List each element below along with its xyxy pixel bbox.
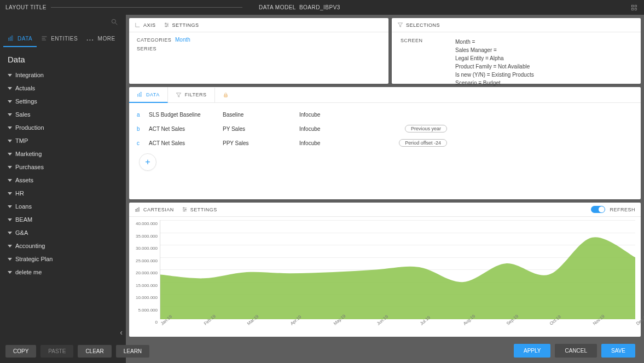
caret-icon: [8, 218, 12, 221]
tree-item-hr[interactable]: HR: [4, 187, 121, 200]
caret-icon: [8, 258, 12, 261]
svg-rect-1: [635, 5, 637, 7]
tree-item-purchases[interactable]: Purchases: [4, 160, 121, 174]
data-row[interactable]: aSLS Budget BaselineBaselineInfocube: [137, 107, 633, 122]
tree-item-g-a[interactable]: G&A: [4, 226, 121, 239]
tree-item-delete-me[interactable]: delete me: [4, 266, 121, 279]
tree-item-accounting[interactable]: Accounting: [4, 239, 121, 252]
tree-item-settings[interactable]: Settings: [4, 95, 121, 108]
svg-rect-6: [9, 38, 10, 41]
svg-rect-21: [137, 94, 138, 96]
tree-item-strategic-plan[interactable]: Strategic Plan: [4, 252, 121, 266]
tree-item-assets[interactable]: Assets: [4, 174, 121, 187]
search-icon[interactable]: [111, 18, 118, 28]
caret-icon: [8, 166, 12, 169]
caret-icon: [8, 179, 12, 182]
axis-settings-label: SETTINGS: [172, 22, 199, 28]
y-tick: 10.000.000: [136, 295, 158, 300]
more-icon: ...: [86, 36, 94, 42]
add-row-button[interactable]: +: [139, 153, 156, 171]
sidebar-tab-entities[interactable]: ENTITIES: [37, 30, 82, 47]
tree-item-tmp[interactable]: TMP: [4, 134, 121, 147]
layout-title-input[interactable]: [51, 7, 242, 8]
layout-config-icon[interactable]: [630, 3, 639, 12]
selection-line: Product Family = Not Available: [455, 62, 534, 71]
row-key: c: [137, 140, 149, 146]
row-cube: Infocube: [299, 140, 343, 146]
paste-button: PASTE: [40, 345, 73, 358]
data-row[interactable]: bACT Net SalesPY SalesInfocubePrevious y…: [137, 122, 633, 136]
cancel-button[interactable]: CANCEL: [555, 344, 597, 358]
caret-icon: [8, 126, 12, 129]
selection-line: Legal Entity = Alpha: [455, 54, 534, 62]
svg-rect-8: [12, 36, 13, 41]
tree-item-label: Loans: [15, 203, 32, 210]
apply-button[interactable]: APPLY: [514, 344, 551, 358]
clear-button[interactable]: CLEAR: [78, 345, 111, 358]
chart-plot-area: [160, 220, 635, 319]
tree-item-integration[interactable]: Integration: [4, 68, 121, 82]
x-tick: Dec.19: [635, 314, 644, 326]
refresh-toggle[interactable]: [591, 206, 605, 213]
tree-item-label: Actuals: [15, 85, 35, 91]
row-alias: PPY Sales: [223, 140, 299, 146]
tree-item-sales[interactable]: Sales: [4, 108, 121, 121]
sidebar-tab-more[interactable]: ... MORE: [82, 30, 119, 47]
row-cube: Infocube: [299, 126, 343, 132]
chart-settings-tab[interactable]: SETTINGS: [182, 206, 217, 212]
selection-line: Sales Manager =: [455, 46, 534, 54]
svg-rect-2: [631, 8, 634, 10]
selections-tab[interactable]: SELECTIONS: [397, 22, 440, 28]
svg-marker-24: [176, 93, 181, 96]
row-cube: Infocube: [299, 112, 343, 118]
tree-item-label: Assets: [15, 177, 33, 183]
series-label: SERIES: [137, 46, 175, 51]
tree-item-label: BEAM: [15, 216, 32, 223]
topbar: LAYOUT TITLE DATA MODEL BOARD_IBPV3: [0, 0, 644, 15]
y-tick: 15.000.000: [136, 283, 158, 288]
caret-icon: [8, 113, 12, 116]
y-tick: 25.000.000: [136, 258, 158, 263]
row-alias: PY Sales: [223, 126, 299, 132]
offset-pill[interactable]: Period offset -24: [399, 139, 447, 147]
selections-title: SELECTIONS: [406, 22, 440, 28]
tree-item-label: Purchases: [15, 164, 44, 170]
caret-icon: [8, 100, 12, 103]
caret-icon: [8, 153, 12, 155]
chart-cartesian-tab[interactable]: CARTESIAN: [135, 206, 174, 212]
screen-label: SCREEN: [401, 38, 439, 87]
tree-item-label: Settings: [15, 98, 37, 105]
svg-marker-20: [398, 23, 402, 27]
svg-rect-3: [635, 8, 637, 10]
row-name: ACT Net Sales: [149, 140, 223, 146]
tree-item-actuals[interactable]: Actuals: [4, 82, 121, 95]
data-tab-data[interactable]: DATA: [129, 87, 168, 103]
save-button[interactable]: SAVE: [601, 344, 635, 358]
caret-icon: [8, 245, 12, 247]
data-tab-locked[interactable]: [215, 88, 236, 102]
action-bar: APPLY CANCEL SAVE: [129, 340, 641, 361]
data-panel: DATA FILTERS aSLS Budget BaselineBaselin…: [129, 87, 641, 199]
tree-item-production[interactable]: Production: [4, 121, 121, 134]
categories-value[interactable]: Month: [175, 37, 190, 43]
axis-settings-tab[interactable]: SETTINGS: [164, 22, 199, 28]
data-model-label: DATA MODEL: [259, 4, 296, 10]
svg-rect-26: [136, 210, 136, 212]
svg-line-5: [115, 23, 118, 25]
tree-item-beam[interactable]: BEAM: [4, 213, 121, 226]
tree-item-label: Strategic Plan: [15, 256, 53, 262]
data-tab-filters[interactable]: FILTERS: [168, 88, 215, 102]
caret-icon: [8, 205, 12, 208]
copy-button[interactable]: COPY: [5, 345, 36, 358]
sidebar-tab-data[interactable]: DATA: [3, 30, 37, 47]
data-row[interactable]: cACT Net SalesPPY SalesInfocubePeriod of…: [137, 136, 633, 150]
collapse-sidebar-icon[interactable]: ‹: [120, 328, 123, 337]
caret-icon: [8, 87, 12, 90]
tree-item-marketing[interactable]: Marketing: [4, 147, 121, 160]
offset-pill[interactable]: Previous year: [405, 125, 447, 132]
tree-item-loans[interactable]: Loans: [4, 200, 121, 213]
axis-tab[interactable]: AXIS: [135, 22, 156, 28]
learn-button[interactable]: LEARN: [116, 345, 149, 358]
caret-icon: [8, 140, 12, 142]
tree-item-label: delete me: [15, 269, 42, 275]
